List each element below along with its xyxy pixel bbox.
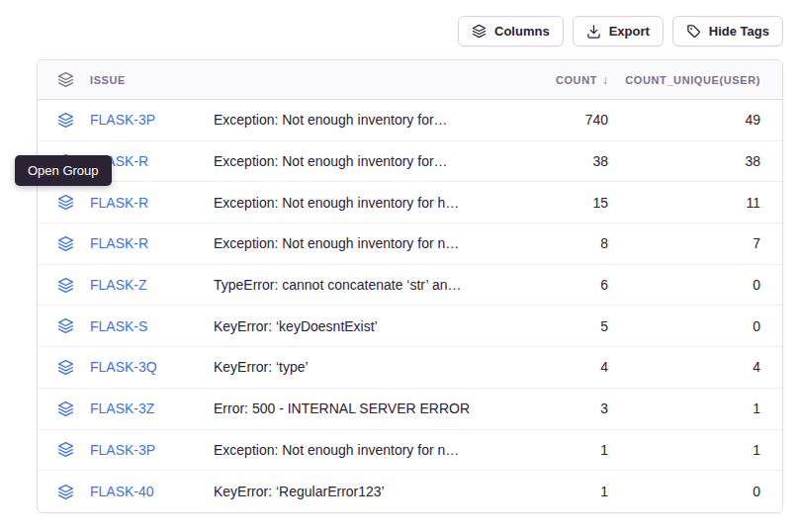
issue-description: Exception: Not enough inventory for n… (214, 442, 499, 458)
issue-cell: FLASK-3P (38, 441, 214, 458)
count-value: 15 (499, 195, 608, 211)
issue-cell: FLASK-3P (38, 112, 214, 129)
count-value: 1 (499, 442, 608, 458)
issue-description: Error: 500 - INTERNAL SERVER ERROR (214, 400, 499, 416)
issue-description: KeyError: ‘RegularError123’ (214, 484, 499, 499)
issue-link[interactable]: FLASK-R (90, 235, 148, 251)
table-row[interactable]: FLASK-3Z Error: 500 - INTERNAL SERVER ER… (38, 389, 782, 430)
count-value: 38 (499, 153, 608, 169)
open-group-icon[interactable] (57, 235, 74, 252)
table-row[interactable]: FLASK-40 KeyError: ‘RegularError123’ 1 0 (38, 471, 782, 512)
header-count[interactable]: COUNT↓ (499, 73, 608, 87)
open-group-icon[interactable] (57, 317, 74, 334)
issue-description: Exception: Not enough inventory for… (214, 112, 499, 128)
count-unique-value: 4 (608, 359, 782, 375)
count-unique-value: 49 (608, 112, 782, 128)
open-group-icon[interactable] (57, 400, 74, 417)
table-row[interactable]: FLASK-R Exception: Not enough inventory … (38, 141, 782, 183)
count-value: 6 (499, 277, 608, 293)
open-group-icon[interactable] (57, 194, 74, 211)
issue-description: Exception: Not enough inventory for n… (214, 235, 499, 251)
count-unique-value: 0 (608, 277, 782, 293)
count-unique-value: 1 (608, 442, 782, 458)
open-group-icon[interactable] (57, 359, 74, 376)
issues-table: ISSUE COUNT↓ COUNT_UNIQUE(USER) FLASK-3P… (37, 59, 783, 513)
table-row[interactable]: FLASK-R Exception: Not enough inventory … (38, 223, 782, 265)
open-group-icon[interactable] (57, 277, 74, 294)
issue-link[interactable]: FLASK-S (90, 318, 147, 334)
header-issue-label: ISSUE (90, 74, 126, 86)
count-unique-value: 7 (608, 235, 782, 251)
issue-link[interactable]: FLASK-R (90, 195, 148, 211)
layers-icon (57, 71, 74, 88)
count-unique-value: 0 (608, 318, 782, 334)
issue-link[interactable]: FLASK-3Z (90, 400, 154, 416)
issue-description: Exception: Not enough inventory for… (214, 153, 499, 169)
table-row[interactable]: FLASK-Z TypeError: cannot concatenate ‘s… (38, 265, 782, 307)
table-header-row: ISSUE COUNT↓ COUNT_UNIQUE(USER) (38, 60, 782, 100)
open-group-icon[interactable] (57, 484, 74, 500)
table-row[interactable]: FLASK-3P Exception: Not enough inventory… (38, 430, 782, 472)
columns-button-label: Columns (494, 24, 550, 39)
issue-link[interactable]: FLASK-3Q (90, 359, 157, 375)
count-value: 740 (499, 112, 608, 128)
count-value: 3 (499, 400, 608, 416)
count-value: 5 (499, 318, 608, 334)
issue-link[interactable]: FLASK-3P (90, 442, 155, 458)
count-unique-value: 0 (608, 484, 782, 499)
count-unique-value: 38 (608, 153, 782, 169)
issue-description: TypeError: cannot concatenate ‘str’ an… (214, 277, 499, 293)
issue-cell: FLASK-Z (38, 277, 214, 294)
open-group-icon[interactable] (57, 441, 74, 458)
download-icon (586, 24, 601, 39)
header-issue[interactable]: ISSUE (38, 71, 214, 88)
issue-description: KeyError: ‘type’ (214, 359, 499, 375)
issue-cell: FLASK-3Z (38, 400, 214, 417)
issue-cell: FLASK-R (38, 194, 214, 211)
header-count-label: COUNT (556, 74, 597, 86)
count-unique-value: 11 (608, 195, 782, 211)
issue-link[interactable]: FLASK-Z (90, 277, 147, 293)
issue-cell: FLASK-R (38, 235, 214, 252)
hide-tags-button-label: Hide Tags (709, 24, 769, 39)
layers-icon (472, 24, 487, 39)
header-count-unique[interactable]: COUNT_UNIQUE(USER) (608, 74, 782, 86)
columns-button[interactable]: Columns (458, 16, 564, 46)
export-button[interactable]: Export (573, 16, 664, 46)
count-unique-value: 1 (608, 400, 782, 416)
issue-description: KeyError: ‘keyDoesntExist’ (214, 318, 499, 334)
hide-tags-button[interactable]: Hide Tags (672, 16, 783, 46)
export-button-label: Export (609, 24, 650, 39)
open-group-tooltip: Open Group (15, 155, 112, 186)
count-value: 4 (499, 359, 608, 375)
table-body: FLASK-3P Exception: Not enough inventory… (38, 100, 782, 512)
table-row[interactable]: FLASK-S KeyError: ‘keyDoesntExist’ 5 0 (38, 306, 782, 347)
count-value: 1 (499, 484, 608, 499)
count-value: 8 (499, 235, 608, 251)
issue-link[interactable]: FLASK-40 (90, 484, 154, 499)
table-row[interactable]: FLASK-3Q KeyError: ‘type’ 4 4 (38, 347, 782, 389)
toolbar: Columns Export Hide Tags (458, 16, 783, 46)
issue-cell: FLASK-3Q (38, 359, 214, 376)
tag-icon (686, 24, 701, 39)
table-row[interactable]: FLASK-R Exception: Not enough inventory … (38, 182, 782, 223)
issue-link[interactable]: FLASK-3P (90, 112, 155, 128)
issue-cell: FLASK-S (38, 317, 214, 334)
table-row[interactable]: FLASK-3P Exception: Not enough inventory… (38, 100, 782, 141)
open-group-icon[interactable] (57, 112, 74, 129)
issue-cell: FLASK-40 (38, 484, 214, 500)
issue-description: Exception: Not enough inventory for h… (214, 195, 499, 211)
